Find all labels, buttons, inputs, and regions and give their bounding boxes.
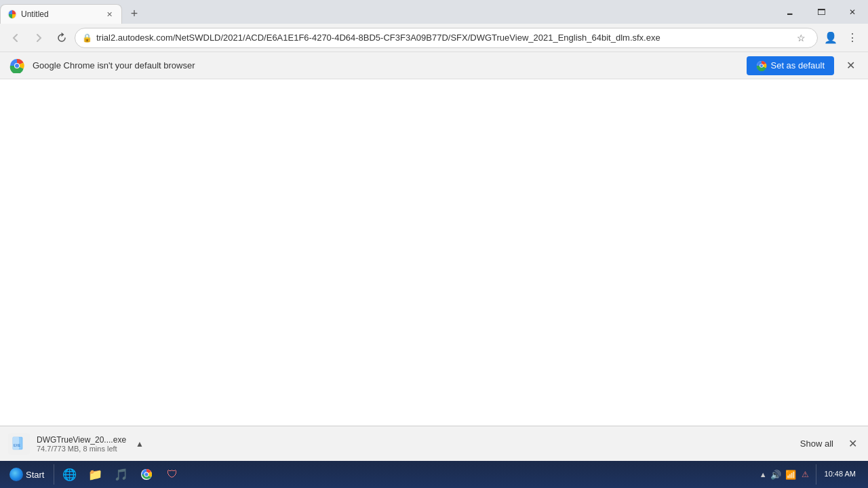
taskbar-item-chrome[interactable] <box>134 463 159 486</box>
tray-icon-sound[interactable]: 📶 <box>785 468 797 481</box>
set-default-chrome-icon <box>756 60 767 71</box>
shield-taskbar-icon: 🛡 <box>166 468 178 481</box>
minimize-button[interactable]: 🗕 <box>774 0 806 24</box>
account-button[interactable]: 👤 <box>821 28 841 48</box>
set-default-button[interactable]: Set as default <box>747 56 835 75</box>
svg-text:EXE: EXE <box>14 443 21 447</box>
info-bar-message: Google Chrome isn't your default browser <box>33 60 738 70</box>
download-expand-button[interactable]: ▲ <box>133 436 146 451</box>
media-icon: 🎵 <box>115 468 127 481</box>
folder-icon: 📁 <box>89 468 101 481</box>
forward-button[interactable] <box>28 28 49 48</box>
start-button[interactable]: Start <box>3 462 51 487</box>
download-filename: DWGTrueView_20....exe <box>37 435 126 445</box>
lock-icon: 🔒 <box>82 33 92 43</box>
taskbar-item-folder[interactable]: 📁 <box>83 463 107 486</box>
address-input[interactable] <box>96 33 787 43</box>
taskbar-item-media[interactable]: 🎵 <box>108 463 133 486</box>
tray-icon-action[interactable]: ⚠ <box>800 468 812 481</box>
clock-time: 10:48 AM <box>825 469 856 479</box>
file-exe-icon: EXE <box>11 436 27 452</box>
svg-point-4 <box>15 64 19 68</box>
title-bar: Untitled ✕ + 🗕 🗖 ✕ <box>0 0 868 24</box>
taskbar-items: 🌐 📁 🎵 🛡 <box>57 463 752 486</box>
ie-icon: 🌐 <box>63 468 75 481</box>
show-all-button[interactable]: Show all <box>795 436 839 451</box>
taskbar-item-ie[interactable]: 🌐 <box>57 463 81 486</box>
download-file-icon: EXE <box>8 433 30 455</box>
reload-button[interactable] <box>52 28 72 48</box>
svg-point-15 <box>145 473 149 476</box>
menu-button[interactable]: ⋮ <box>842 28 863 48</box>
start-label: Start <box>26 470 44 480</box>
download-bar-close-button[interactable]: ✕ <box>846 434 860 453</box>
browser-window: Untitled ✕ + 🗕 🗖 ✕ 🔒 ☆ 👤 ⋮ <box>0 0 868 488</box>
tab-favicon-icon <box>7 9 17 19</box>
back-button[interactable] <box>5 28 26 48</box>
svg-point-7 <box>760 64 763 67</box>
chrome-taskbar-icon <box>140 468 153 481</box>
download-progress: 74.7/773 MB, 8 mins left <box>37 445 126 453</box>
back-icon <box>10 33 21 43</box>
system-clock[interactable]: 10:48 AM <box>821 469 860 479</box>
tab-title: Untitled <box>21 9 100 19</box>
toolbar-actions: 👤 ⋮ <box>821 28 863 48</box>
tab-strip: Untitled ✕ + <box>0 0 144 24</box>
info-bar: Google Chrome isn't your default browser… <box>0 52 868 79</box>
title-bar-controls: 🗕 🗖 ✕ <box>774 0 868 24</box>
taskbar: Start 🌐 📁 🎵 <box>0 461 868 488</box>
tray-icon-network[interactable]: 🔊 <box>770 468 782 481</box>
taskbar-item-shield[interactable]: 🛡 <box>160 463 184 486</box>
tray-show-hidden-button[interactable]: ▲ <box>760 470 767 479</box>
bookmark-button[interactable]: ☆ <box>791 28 810 47</box>
maximize-button[interactable]: 🗖 <box>806 0 837 24</box>
download-bar: EXE DWGTrueView_20....exe 74.7/773 MB, 8… <box>0 426 868 461</box>
taskbar-divider-2 <box>816 464 816 485</box>
close-window-button[interactable]: ✕ <box>837 0 868 24</box>
chrome-logo-icon <box>9 58 24 73</box>
start-orb-icon <box>9 468 23 481</box>
address-bar[interactable]: 🔒 ☆ <box>75 28 818 48</box>
taskbar-tray: ▲ 🔊 📶 ⚠ 10:48 AM <box>754 464 865 485</box>
nav-bar: 🔒 ☆ 👤 ⋮ <box>0 24 868 52</box>
download-info: DWGTrueView_20....exe 74.7/773 MB, 8 min… <box>37 435 126 453</box>
forward-icon <box>33 33 44 43</box>
taskbar-divider-1 <box>54 464 54 485</box>
active-tab[interactable]: Untitled ✕ <box>0 4 122 24</box>
tab-close-button[interactable]: ✕ <box>104 9 115 20</box>
reload-icon <box>56 33 67 43</box>
info-bar-close-button[interactable]: ✕ <box>842 58 859 74</box>
new-tab-button[interactable]: + <box>125 5 144 24</box>
